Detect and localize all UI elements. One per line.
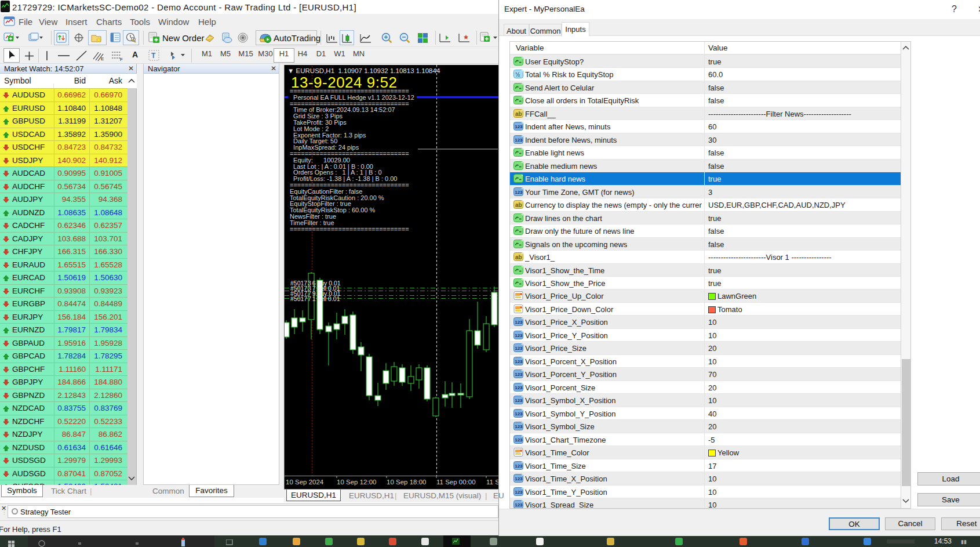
svg-text:F: F	[120, 57, 123, 61]
svg-text:#5017 7 1 sell 0.01: #5017 7 1 sell 0.01	[290, 295, 340, 302]
svg-text:T: T	[151, 52, 156, 60]
svg-text:E: E	[101, 56, 104, 61]
